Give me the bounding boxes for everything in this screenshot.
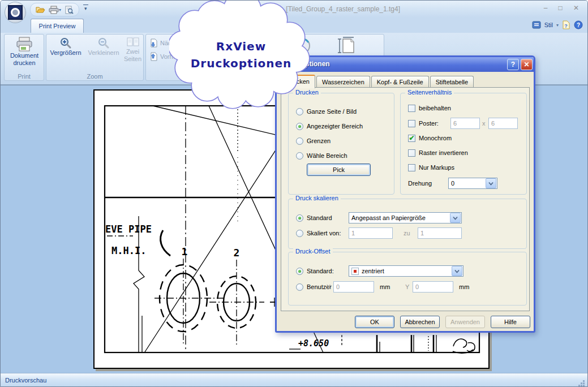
maximize-icon[interactable]: □ xyxy=(554,3,566,12)
two-pages-button[interactable]: Zwei Seiten xyxy=(122,37,143,63)
group-label-zoom: Zoom xyxy=(46,73,143,80)
two-pages-label-2: Seiten xyxy=(124,55,141,63)
close-icon[interactable]: ✕ xyxy=(570,3,582,12)
print-dropdown-icon[interactable]: ▾ xyxy=(59,7,61,12)
qat-customize-icon[interactable]: ▾ xyxy=(83,5,88,12)
ribbon-group-zoom: Vergrößern Verkleinern xyxy=(46,34,144,81)
radio-offset-standard[interactable] xyxy=(296,268,303,275)
radio-grenzen[interactable] xyxy=(296,137,303,145)
status-bar: Druckvorschau xyxy=(1,373,587,387)
offset-y-label: Y xyxy=(405,283,409,290)
style-dropdown-icon[interactable]: ▾ xyxy=(556,23,559,28)
offset-value: zentriert xyxy=(362,268,452,274)
dialog-title-bar: Druckoptionen ? ✕ xyxy=(277,57,534,72)
cancel-button[interactable]: Abbrechen xyxy=(400,316,440,328)
drawing-text-eve-pipe: EVE PIPE xyxy=(105,223,152,235)
offset-combobox[interactable]: zentriert xyxy=(349,265,463,277)
two-pages-icon xyxy=(126,37,140,48)
ribbon-right-controls: Stil ▾ ? ? xyxy=(532,20,583,29)
checkbox-poster[interactable] xyxy=(408,120,415,127)
drawing-text-mhi: M.H.I. xyxy=(111,245,146,256)
svg-text:?: ? xyxy=(564,23,568,29)
group-seitenverhaeltnis-caption: Seitenverhältnis xyxy=(405,89,454,96)
drehung-value: 0 xyxy=(451,180,486,187)
dialog-close-icon[interactable]: ✕ xyxy=(521,59,533,70)
poster-rows-field[interactable] xyxy=(488,118,518,129)
checkbox-raster-invertieren[interactable] xyxy=(408,149,415,157)
radio-waehle-bereich-label[interactable]: Wähle Bereich xyxy=(307,152,347,159)
print-document-label-2: drucken xyxy=(13,59,35,67)
dialog-tab-kopf-fusszeile[interactable]: Kopf- & Fußzeile xyxy=(371,76,429,88)
dialog-help-icon[interactable]: ? xyxy=(507,59,519,70)
svg-text:?: ? xyxy=(577,22,580,28)
checkbox-nur-markups-label[interactable]: Nur Markups xyxy=(419,164,454,171)
group-druck-skalieren-caption: Druck skalieren xyxy=(293,195,341,201)
group-label-print: Print xyxy=(5,73,44,80)
checkbox-nur-markups[interactable] xyxy=(408,164,415,171)
status-text: Druckvorschau xyxy=(5,377,46,384)
offset-y-field[interactable] xyxy=(413,281,453,293)
print-preview-icon[interactable] xyxy=(65,6,74,14)
skaliert-zu-field[interactable] xyxy=(418,227,462,239)
zu-label: zu xyxy=(404,230,410,236)
group-druck-skalieren: Druck skalieren xyxy=(288,199,527,249)
checkbox-monochrom[interactable]: ✔ xyxy=(408,135,415,142)
checkbox-beibehalten-label[interactable]: beibehalten xyxy=(419,105,451,111)
tab-print-preview[interactable]: Print Preview xyxy=(31,19,84,33)
center-icon xyxy=(351,268,359,275)
checkbox-raster-invertieren-label[interactable]: Raster invertieren xyxy=(419,149,468,156)
skaliert-von-field[interactable] xyxy=(349,227,393,239)
offset-x-label: X xyxy=(327,283,331,290)
resize-grip[interactable] xyxy=(578,380,585,387)
radio-offset-standard-label[interactable]: Standard: xyxy=(307,268,334,274)
print-document-label-1: Dokument xyxy=(10,52,38,59)
drehung-label: Drehung xyxy=(408,180,432,187)
radio-angezeigter-bereich[interactable] xyxy=(296,123,303,130)
chevron-down-icon[interactable] xyxy=(450,213,461,223)
zoom-in-button[interactable]: Vergrößern xyxy=(48,37,84,57)
help-document-icon[interactable]: ? xyxy=(562,20,570,29)
radio-waehle-bereich[interactable] xyxy=(296,152,303,160)
style-icon[interactable] xyxy=(532,21,541,29)
print-document-button[interactable]: Dokument drucken xyxy=(6,37,42,67)
radio-skalieren-standard[interactable] xyxy=(296,214,303,222)
radio-angezeigter-bereich-label[interactable]: Angezeigter Bereich xyxy=(307,123,363,130)
skalieren-combobox[interactable]: Angepasst an Papiergröße xyxy=(349,212,462,223)
print-icon[interactable]: ▾ xyxy=(49,6,61,14)
pick-button[interactable]: Pick xyxy=(307,164,371,176)
application-button[interactable] xyxy=(5,2,26,23)
radio-grenzen-label[interactable]: Grenzen xyxy=(307,137,331,144)
radio-benutzer[interactable] xyxy=(296,283,303,291)
chevron-down-icon[interactable] xyxy=(486,178,496,188)
zoom-out-button[interactable]: Verkleinern xyxy=(85,37,122,57)
zoom-in-icon xyxy=(59,37,72,49)
help-button[interactable]: Hilfe xyxy=(491,316,530,328)
radio-skaliert-von-label[interactable]: Skaliert von: xyxy=(307,230,341,236)
drehung-combobox[interactable]: 0 xyxy=(448,178,497,189)
poster-cols-field[interactable] xyxy=(450,118,480,129)
minimize-icon[interactable]: – xyxy=(539,3,552,12)
previous-page-icon xyxy=(149,52,158,61)
apply-button[interactable]: Anwenden xyxy=(445,316,485,328)
poster-separator-label: x xyxy=(482,120,486,127)
checkbox-monochrom-label[interactable]: Monochrom xyxy=(419,135,452,141)
cloud-callout: RxView Druckoptionen xyxy=(169,0,315,111)
dialog-tab-wasserzeichen[interactable]: Wasserzeichen xyxy=(316,76,370,88)
radio-skaliert-von[interactable] xyxy=(296,230,303,237)
dialog-tab-stiftetabelle[interactable]: Stiftetabelle xyxy=(430,76,474,88)
offset-y-unit: mm xyxy=(459,283,469,290)
page-size-icon[interactable] xyxy=(337,36,357,55)
ok-button[interactable]: OK xyxy=(355,316,394,328)
checkbox-poster-label[interactable]: Poster: xyxy=(419,120,439,127)
help-icon[interactable]: ? xyxy=(574,20,583,29)
offset-x-field[interactable] xyxy=(333,281,374,293)
callout-line1: RxView xyxy=(216,40,266,53)
chevron-down-icon[interactable] xyxy=(452,266,462,276)
checkbox-beibehalten[interactable] xyxy=(408,105,415,112)
open-file-icon[interactable] xyxy=(36,6,45,14)
two-pages-label-1: Zwei xyxy=(126,48,139,55)
drawing-label-1: 1 xyxy=(182,246,188,257)
radio-skalieren-standard-label[interactable]: Standard xyxy=(307,214,332,221)
drawing-label-2: 2 xyxy=(234,247,240,259)
style-label[interactable]: Stil xyxy=(544,22,553,28)
